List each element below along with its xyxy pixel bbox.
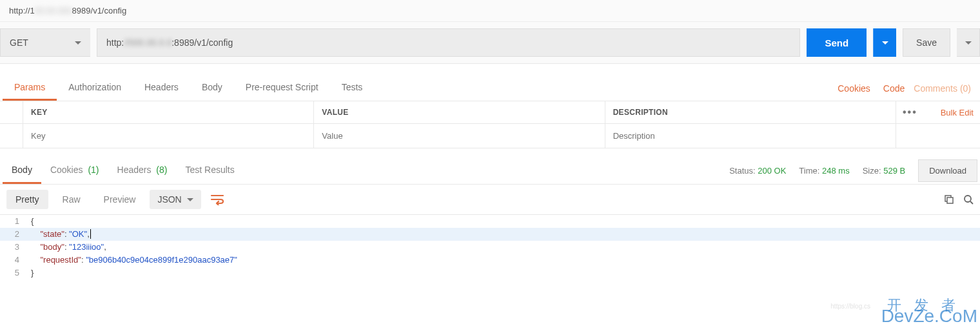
params-table-header: KEY VALUE DESCRIPTION ••• Bulk Edit xyxy=(0,101,980,124)
response-tabs: Body Cookies (1) Headers (8) Test Result… xyxy=(0,157,980,185)
tab-body[interactable]: Body xyxy=(190,76,234,101)
url-input[interactable]: http://000.00.0.0:8989/v1/config xyxy=(97,28,800,57)
tab-tests[interactable]: Tests xyxy=(330,76,375,101)
watermark-en: DevZe.CoM xyxy=(881,306,977,324)
response-status: Status: 200 OK Time: 248 ms Size: 529 B xyxy=(729,166,912,176)
http-method-select[interactable]: GET xyxy=(0,28,90,57)
more-options-icon[interactable]: ••• xyxy=(903,106,917,118)
chevron-down-icon xyxy=(75,41,81,45)
request-tab-title: http://100.00.0008989/v1/config xyxy=(0,0,980,22)
param-key-input[interactable] xyxy=(23,124,313,148)
chevron-down-icon xyxy=(965,41,972,45)
format-select[interactable]: JSON xyxy=(150,190,201,209)
view-pretty[interactable]: Pretty xyxy=(6,190,48,209)
param-description-input[interactable] xyxy=(605,124,896,148)
svg-line-3 xyxy=(970,201,973,204)
response-body-viewer[interactable]: 1{ 2 "state": "OK", 3 "body": "123iiioo"… xyxy=(0,215,980,279)
comments-link[interactable]: Comments (0) xyxy=(911,77,977,100)
request-tabs: Params Authorization Headers Body Pre-re… xyxy=(0,76,980,101)
save-button[interactable]: Save xyxy=(903,28,950,57)
save-dropdown-button[interactable] xyxy=(957,28,980,57)
col-description: DESCRIPTION xyxy=(605,101,896,123)
resp-tab-body[interactable]: Body xyxy=(3,157,41,184)
view-preview[interactable]: Preview xyxy=(95,190,145,209)
col-value: VALUE xyxy=(314,101,605,123)
download-button[interactable]: Download xyxy=(918,159,977,182)
code-link[interactable]: Code xyxy=(877,77,911,100)
resp-tab-test-results[interactable]: Test Results xyxy=(176,157,243,184)
view-raw[interactable]: Raw xyxy=(54,190,90,209)
search-icon[interactable] xyxy=(963,194,974,205)
params-row xyxy=(0,124,980,148)
watermark-cn: 开发者 xyxy=(887,296,968,315)
body-viewer-bar: Pretty Raw Preview JSON xyxy=(0,185,980,215)
resp-tab-cookies[interactable]: Cookies (1) xyxy=(41,157,108,184)
request-row: GET http://000.00.0.0:8989/v1/config Sen… xyxy=(0,22,980,64)
svg-rect-1 xyxy=(947,197,953,203)
send-button[interactable]: Send xyxy=(807,28,867,57)
col-key: KEY xyxy=(23,101,314,123)
bulk-edit-link[interactable]: Bulk Edit xyxy=(941,108,974,117)
watermark-url: https://blog.cs xyxy=(830,303,870,310)
tab-params[interactable]: Params xyxy=(3,76,57,101)
chevron-down-icon xyxy=(882,41,888,45)
tab-headers[interactable]: Headers xyxy=(133,76,190,101)
http-method-value: GET xyxy=(10,37,28,48)
param-value-input[interactable] xyxy=(314,124,604,148)
resp-tab-headers[interactable]: Headers (8) xyxy=(108,157,177,184)
wrap-lines-icon[interactable] xyxy=(206,190,228,209)
svg-point-2 xyxy=(965,196,971,202)
copy-icon[interactable] xyxy=(944,194,954,205)
cookies-link[interactable]: Cookies xyxy=(831,77,877,100)
tab-prerequest[interactable]: Pre-request Script xyxy=(234,76,330,101)
send-dropdown-button[interactable] xyxy=(873,28,896,57)
chevron-down-icon xyxy=(187,198,193,201)
tab-authorization[interactable]: Authorization xyxy=(57,76,133,101)
